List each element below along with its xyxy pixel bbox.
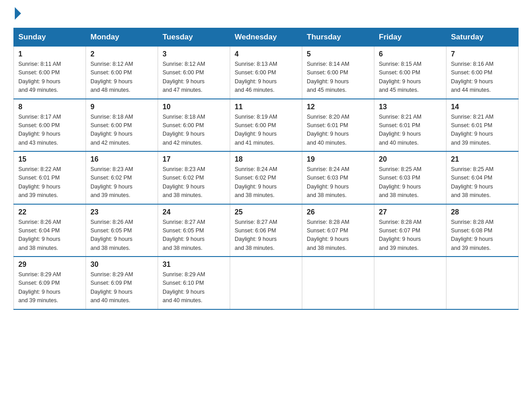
day-number: 1 bbox=[18, 50, 81, 58]
day-info: Sunrise: 8:14 AMSunset: 6:00 PMDaylight:… bbox=[307, 60, 369, 95]
calendar-cell bbox=[230, 257, 302, 309]
day-number: 27 bbox=[379, 208, 442, 216]
day-info: Sunrise: 8:21 AMSunset: 6:01 PMDaylight:… bbox=[379, 113, 442, 148]
calendar-cell: 4Sunrise: 8:13 AMSunset: 6:00 PMDaylight… bbox=[230, 47, 302, 99]
calendar-cell: 2Sunrise: 8:12 AMSunset: 6:00 PMDaylight… bbox=[86, 47, 158, 99]
day-info: Sunrise: 8:11 AMSunset: 6:00 PMDaylight:… bbox=[18, 60, 81, 95]
logo-arrow-icon bbox=[15, 7, 21, 20]
day-number: 24 bbox=[163, 208, 225, 216]
day-info: Sunrise: 8:25 AMSunset: 6:03 PMDaylight:… bbox=[379, 165, 442, 200]
day-number: 17 bbox=[163, 155, 225, 163]
calendar-cell: 27Sunrise: 8:28 AMSunset: 6:07 PMDayligh… bbox=[374, 204, 446, 257]
day-info: Sunrise: 8:22 AMSunset: 6:01 PMDaylight:… bbox=[18, 165, 81, 200]
day-header-thursday: Thursday bbox=[302, 28, 374, 47]
day-info: Sunrise: 8:28 AMSunset: 6:07 PMDaylight:… bbox=[379, 218, 442, 253]
day-number: 14 bbox=[451, 103, 514, 111]
calendar-cell: 21Sunrise: 8:25 AMSunset: 6:04 PMDayligh… bbox=[446, 151, 519, 204]
calendar-cell: 3Sunrise: 8:12 AMSunset: 6:00 PMDaylight… bbox=[158, 47, 230, 99]
calendar-cell: 26Sunrise: 8:28 AMSunset: 6:07 PMDayligh… bbox=[302, 204, 374, 257]
day-number: 26 bbox=[307, 208, 369, 216]
day-number: 15 bbox=[18, 155, 81, 163]
calendar-cell: 30Sunrise: 8:29 AMSunset: 6:09 PMDayligh… bbox=[86, 257, 158, 309]
calendar-cell: 13Sunrise: 8:21 AMSunset: 6:01 PMDayligh… bbox=[374, 99, 446, 152]
calendar-cell: 18Sunrise: 8:24 AMSunset: 6:02 PMDayligh… bbox=[230, 151, 302, 204]
day-number: 13 bbox=[379, 103, 442, 111]
day-number: 30 bbox=[90, 261, 153, 269]
day-number: 10 bbox=[163, 103, 225, 111]
day-number: 28 bbox=[451, 208, 514, 216]
day-info: Sunrise: 8:18 AMSunset: 6:00 PMDaylight:… bbox=[90, 113, 153, 148]
day-info: Sunrise: 8:19 AMSunset: 6:00 PMDaylight:… bbox=[235, 113, 297, 148]
calendar-header: SundayMondayTuesdayWednesdayThursdayFrid… bbox=[14, 28, 519, 47]
day-info: Sunrise: 8:27 AMSunset: 6:06 PMDaylight:… bbox=[235, 218, 297, 253]
calendar-week-row: 1Sunrise: 8:11 AMSunset: 6:00 PMDaylight… bbox=[14, 47, 519, 99]
calendar-cell bbox=[374, 257, 446, 309]
day-number: 23 bbox=[90, 208, 153, 216]
day-number: 29 bbox=[18, 261, 81, 269]
calendar-table: SundayMondayTuesdayWednesdayThursdayFrid… bbox=[13, 28, 519, 310]
calendar-week-row: 29Sunrise: 8:29 AMSunset: 6:09 PMDayligh… bbox=[14, 257, 519, 309]
calendar-cell: 28Sunrise: 8:28 AMSunset: 6:08 PMDayligh… bbox=[446, 204, 519, 257]
calendar-cell: 15Sunrise: 8:22 AMSunset: 6:01 PMDayligh… bbox=[14, 151, 86, 204]
calendar-cell: 14Sunrise: 8:21 AMSunset: 6:01 PMDayligh… bbox=[446, 99, 519, 152]
day-info: Sunrise: 8:26 AMSunset: 6:05 PMDaylight:… bbox=[90, 218, 153, 253]
calendar-cell: 8Sunrise: 8:17 AMSunset: 6:00 PMDaylight… bbox=[14, 99, 86, 152]
day-number: 20 bbox=[379, 155, 442, 163]
day-info: Sunrise: 8:15 AMSunset: 6:00 PMDaylight:… bbox=[379, 60, 442, 95]
day-info: Sunrise: 8:28 AMSunset: 6:07 PMDaylight:… bbox=[307, 218, 369, 253]
day-header-friday: Friday bbox=[374, 28, 446, 47]
calendar-cell: 7Sunrise: 8:16 AMSunset: 6:00 PMDaylight… bbox=[446, 47, 519, 99]
day-number: 11 bbox=[235, 103, 297, 111]
calendar-week-row: 22Sunrise: 8:26 AMSunset: 6:04 PMDayligh… bbox=[14, 204, 519, 257]
calendar-cell: 29Sunrise: 8:29 AMSunset: 6:09 PMDayligh… bbox=[14, 257, 86, 309]
day-info: Sunrise: 8:24 AMSunset: 6:03 PMDaylight:… bbox=[307, 165, 369, 200]
day-number: 25 bbox=[235, 208, 297, 216]
calendar-cell: 19Sunrise: 8:24 AMSunset: 6:03 PMDayligh… bbox=[302, 151, 374, 204]
calendar-cell bbox=[446, 257, 519, 309]
day-info: Sunrise: 8:28 AMSunset: 6:08 PMDaylight:… bbox=[451, 218, 514, 253]
day-number: 22 bbox=[18, 208, 81, 216]
calendar-cell: 11Sunrise: 8:19 AMSunset: 6:00 PMDayligh… bbox=[230, 99, 302, 152]
day-number: 16 bbox=[90, 155, 153, 163]
day-info: Sunrise: 8:12 AMSunset: 6:00 PMDaylight:… bbox=[163, 60, 225, 95]
day-header-saturday: Saturday bbox=[446, 28, 519, 47]
day-number: 7 bbox=[451, 50, 514, 58]
day-number: 4 bbox=[235, 50, 297, 58]
day-number: 12 bbox=[307, 103, 369, 111]
day-info: Sunrise: 8:16 AMSunset: 6:00 PMDaylight:… bbox=[451, 60, 514, 95]
calendar-cell: 17Sunrise: 8:23 AMSunset: 6:02 PMDayligh… bbox=[158, 151, 230, 204]
day-info: Sunrise: 8:21 AMSunset: 6:01 PMDaylight:… bbox=[451, 113, 514, 148]
day-number: 8 bbox=[18, 103, 81, 111]
calendar-cell: 25Sunrise: 8:27 AMSunset: 6:06 PMDayligh… bbox=[230, 204, 302, 257]
day-info: Sunrise: 8:12 AMSunset: 6:00 PMDaylight:… bbox=[90, 60, 153, 95]
calendar-cell: 16Sunrise: 8:23 AMSunset: 6:02 PMDayligh… bbox=[86, 151, 158, 204]
day-number: 19 bbox=[307, 155, 369, 163]
day-header-wednesday: Wednesday bbox=[230, 28, 302, 47]
calendar-week-row: 8Sunrise: 8:17 AMSunset: 6:00 PMDaylight… bbox=[14, 99, 519, 152]
calendar-cell bbox=[302, 257, 374, 309]
calendar-cell: 1Sunrise: 8:11 AMSunset: 6:00 PMDaylight… bbox=[14, 47, 86, 99]
day-header-sunday: Sunday bbox=[14, 28, 86, 47]
calendar-cell: 9Sunrise: 8:18 AMSunset: 6:00 PMDaylight… bbox=[86, 99, 158, 152]
day-number: 3 bbox=[163, 50, 225, 58]
day-number: 2 bbox=[90, 50, 153, 58]
calendar-cell: 23Sunrise: 8:26 AMSunset: 6:05 PMDayligh… bbox=[86, 204, 158, 257]
day-header-tuesday: Tuesday bbox=[158, 28, 230, 47]
day-number: 9 bbox=[90, 103, 153, 111]
calendar-cell: 22Sunrise: 8:26 AMSunset: 6:04 PMDayligh… bbox=[14, 204, 86, 257]
calendar-cell: 24Sunrise: 8:27 AMSunset: 6:05 PMDayligh… bbox=[158, 204, 230, 257]
calendar-cell: 6Sunrise: 8:15 AMSunset: 6:00 PMDaylight… bbox=[374, 47, 446, 99]
day-number: 21 bbox=[451, 155, 514, 163]
day-info: Sunrise: 8:24 AMSunset: 6:02 PMDaylight:… bbox=[235, 165, 297, 200]
day-number: 5 bbox=[307, 50, 369, 58]
calendar-cell: 31Sunrise: 8:29 AMSunset: 6:10 PMDayligh… bbox=[158, 257, 230, 309]
day-info: Sunrise: 8:29 AMSunset: 6:10 PMDaylight:… bbox=[163, 270, 225, 305]
logo bbox=[13, 9, 21, 19]
day-info: Sunrise: 8:17 AMSunset: 6:00 PMDaylight:… bbox=[18, 113, 81, 148]
day-info: Sunrise: 8:13 AMSunset: 6:00 PMDaylight:… bbox=[235, 60, 297, 95]
day-info: Sunrise: 8:25 AMSunset: 6:04 PMDaylight:… bbox=[451, 165, 514, 200]
day-number: 31 bbox=[163, 261, 225, 269]
day-info: Sunrise: 8:18 AMSunset: 6:00 PMDaylight:… bbox=[163, 113, 225, 148]
calendar-cell: 10Sunrise: 8:18 AMSunset: 6:00 PMDayligh… bbox=[158, 99, 230, 152]
calendar-week-row: 15Sunrise: 8:22 AMSunset: 6:01 PMDayligh… bbox=[14, 151, 519, 204]
